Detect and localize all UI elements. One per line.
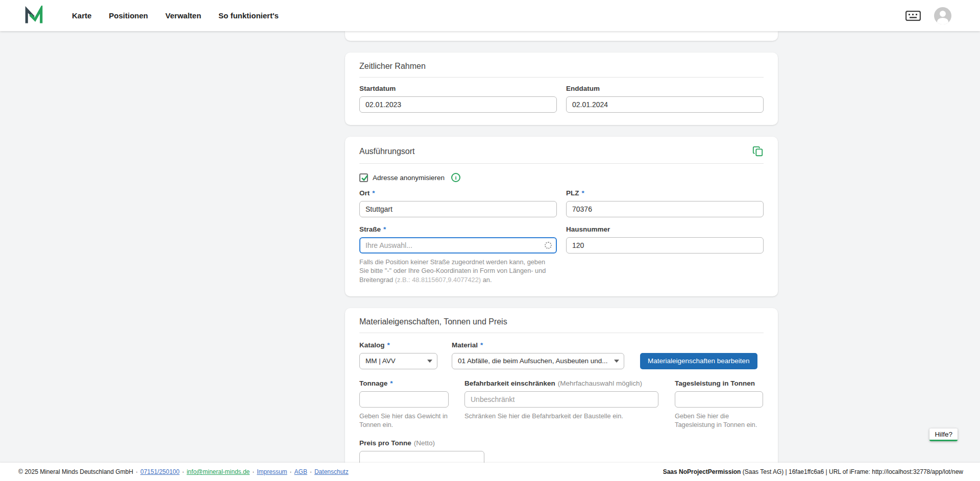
katalog-selected-value: MM | AVV <box>365 357 424 365</box>
katalog-select[interactable]: MM | AVV <box>359 353 437 369</box>
required-marker: * <box>582 189 584 197</box>
startdatum-label: Startdatum <box>359 85 396 92</box>
logo-icon <box>24 6 43 26</box>
ort-input[interactable] <box>359 201 557 217</box>
card-ausfuehrungsort: Ausführungsort Adresse anonymi <box>345 137 778 296</box>
material-select[interactable]: 01 Abfälle, die beim Aufsuchen, Ausbeute… <box>452 353 624 369</box>
footer-email-link[interactable]: info@mineral-minds.de <box>187 468 250 475</box>
top-navbar: Karte Positionen Verwalten So funktionie… <box>0 0 980 31</box>
user-avatar[interactable] <box>934 7 951 24</box>
hausnummer-input[interactable] <box>566 237 764 254</box>
info-icon[interactable]: i <box>451 173 460 182</box>
strasse-field-group: Straße * Falls die Position keiner Straß… <box>359 225 557 284</box>
nav-item-karte[interactable]: Karte <box>72 11 91 20</box>
befahrbarkeit-label: Befahrbarkeit einschränken <box>464 379 555 387</box>
plz-input[interactable] <box>566 201 764 217</box>
startdatum-input[interactable] <box>359 96 557 113</box>
enddatum-label: Enddatum <box>566 85 600 92</box>
material-selected-value: 01 Abfälle, die beim Aufsuchen, Ausbeute… <box>458 357 610 365</box>
required-marker: * <box>390 379 393 387</box>
required-marker: * <box>480 341 483 349</box>
tagesleistung-input[interactable] <box>675 391 763 408</box>
tagesleistung-field-group: Tagesleistung in Tonnen Geben Sie hier d… <box>675 379 763 429</box>
material-label: Material <box>452 341 478 349</box>
startdatum-field-group: Startdatum <box>359 85 557 113</box>
befahrbarkeit-note: (Mehrfachauswahl möglich) <box>558 379 642 387</box>
navbar-right <box>905 7 951 24</box>
required-marker: * <box>387 341 390 349</box>
form-column: Zeitlicher Rahmen Startdatum Enddatum <box>345 31 778 481</box>
card-title-ausfuehrungsort: Ausführungsort <box>359 147 415 156</box>
geo-coords-example: (z.B.: 48.8115607,9.4077422) <box>395 276 481 284</box>
nav-item-so-funktionierts[interactable]: So funktioniert's <box>218 11 279 20</box>
nav-item-positionen[interactable]: Positionen <box>109 11 148 20</box>
keyboard-icon[interactable] <box>905 11 921 21</box>
footer-agb-link[interactable]: AGB <box>295 468 307 475</box>
tagesleistung-helper-text: Geben Sie hier die Tagesleistung in Tonn… <box>675 412 763 429</box>
main-content: Zeitlicher Rahmen Startdatum Enddatum <box>0 31 980 481</box>
strasse-label: Straße <box>359 225 381 233</box>
loading-spinner-icon <box>545 242 552 249</box>
katalog-field-group: Katalog * MM | AVV <box>359 341 437 369</box>
hausnummer-label: Hausnummer <box>566 225 610 233</box>
tonnage-input[interactable] <box>359 391 449 408</box>
footer-impressum-link[interactable]: Impressum <box>257 468 287 475</box>
tonnage-helper-text: Geben Sie hier das Gewicht in Tonnen ein… <box>359 412 449 429</box>
materialeigenschaften-bearbeiten-button[interactable]: Materialeigenschaften bearbeiten <box>640 353 757 369</box>
adresse-anonymisieren-checkbox[interactable] <box>359 173 368 182</box>
strasse-helper-text: Falls die Position keiner Straße zugeord… <box>359 258 553 284</box>
chevron-down-icon <box>614 360 619 363</box>
footer: © 2025 Mineral Minds Deutschland GmbH·07… <box>0 463 980 481</box>
tagesleistung-label: Tagesleistung in Tonnen <box>675 379 755 387</box>
card-zeitlicher-rahmen: Zeitlicher Rahmen Startdatum Enddatum <box>345 53 778 125</box>
card-material: Materialeigenschaften, Tonnen und Preis … <box>345 308 778 481</box>
card-title-material: Materialeigenschaften, Tonnen und Preis <box>359 317 507 326</box>
tonnage-label: Tonnage <box>359 379 387 387</box>
footer-datenschutz-link[interactable]: Datenschutz <box>314 468 349 475</box>
ort-label: Ort <box>359 189 370 197</box>
mineral-minds-logo[interactable] <box>24 6 43 26</box>
help-button[interactable]: Hilfe? <box>929 428 958 441</box>
tonnage-field-group: Tonnage * Geben Sie hier das Gewicht in … <box>359 379 449 429</box>
preis-label: Preis pro Tonne <box>359 439 411 447</box>
copy-icon[interactable] <box>752 146 764 157</box>
footer-saas-info: Saas NoProjectPermission <box>663 468 741 475</box>
adresse-anonymisieren-label: Adresse anonymisieren <box>373 174 445 182</box>
plz-label: PLZ <box>566 189 579 197</box>
material-field-group: Material * 01 Abfälle, die beim Aufsuche… <box>452 341 624 369</box>
enddatum-field-group: Enddatum <box>566 85 764 113</box>
avatar-body-icon <box>937 18 948 24</box>
hausnummer-field-group: Hausnummer <box>566 225 764 254</box>
footer-phone-link[interactable]: 07151/250100 <box>140 468 180 475</box>
befahrbarkeit-input[interactable] <box>464 391 658 408</box>
footer-left: © 2025 Mineral Minds Deutschland GmbH·07… <box>18 468 349 475</box>
footer-copyright: © 2025 Mineral Minds Deutschland GmbH <box>18 468 133 475</box>
befahrbarkeit-field-group: Befahrbarkeit einschränken (Mehrfachausw… <box>464 379 658 420</box>
avatar-head-icon <box>940 11 946 17</box>
katalog-label: Katalog <box>359 341 385 349</box>
footer-iframe-info: (Saas Test AG) | 16fae1ffc6a6 | URL of i… <box>741 468 963 475</box>
required-marker: * <box>372 189 375 197</box>
card-title-zeitlicher-rahmen: Zeitlicher Rahmen <box>359 62 426 71</box>
main-nav: Karte Positionen Verwalten So funktionie… <box>72 11 279 20</box>
nav-item-verwalten[interactable]: Verwalten <box>165 11 201 20</box>
preis-note: (Netto) <box>414 439 435 447</box>
plz-field-group: PLZ * <box>566 189 764 217</box>
befahrbarkeit-helper-text: Schränken Sie hier die Befahrbarkeit der… <box>464 412 658 420</box>
chevron-down-icon <box>427 360 432 363</box>
ort-field-group: Ort * <box>359 189 557 217</box>
enddatum-input[interactable] <box>566 96 764 113</box>
strasse-input[interactable] <box>359 237 557 254</box>
required-marker: * <box>383 225 386 233</box>
partial-card-above <box>345 31 778 41</box>
footer-right: Saas NoProjectPermission (Saas Test AG) … <box>663 468 963 475</box>
